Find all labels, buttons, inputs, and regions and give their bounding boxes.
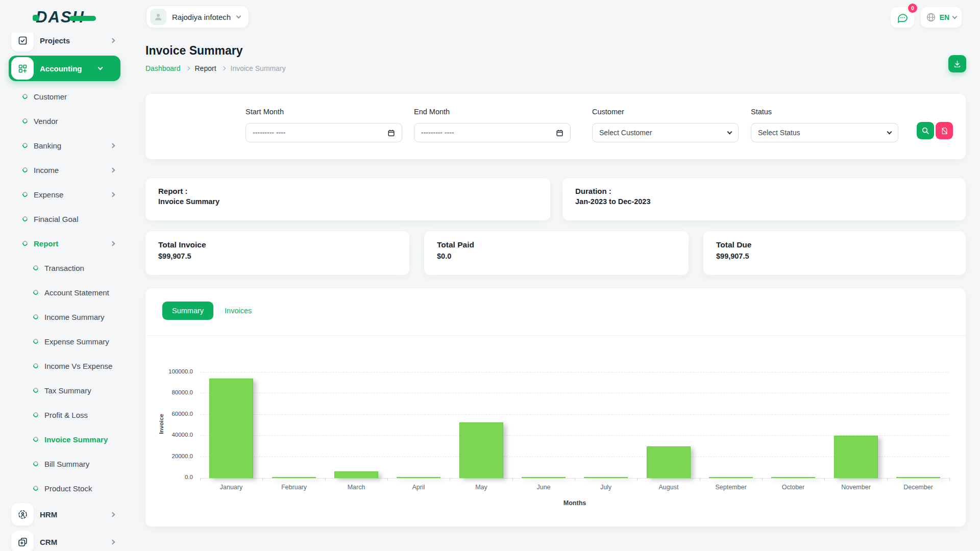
gridline: [200, 372, 949, 372]
bar-january[interactable]: [209, 379, 253, 478]
start-month-label: Start Month: [246, 108, 284, 116]
sidebar-item-accounting[interactable]: Accounting: [9, 56, 120, 81]
search-icon: [921, 127, 929, 135]
x-axis-tick-label: December: [888, 484, 949, 491]
sidebar-nav: ProjectsAccountingCustomerVendorBankingI…: [0, 26, 133, 551]
bar-may[interactable]: [459, 422, 503, 478]
duration-info-value: Jan-2023 to Dec-2023: [575, 197, 651, 206]
sidebar-item-profit-loss[interactable]: Profit & Loss: [0, 403, 133, 427]
bullet-icon: [32, 313, 39, 320]
calendar-icon[interactable]: [387, 129, 395, 137]
chevron-down-icon: [98, 65, 103, 70]
bar-august[interactable]: [647, 446, 691, 478]
download-report-button[interactable]: [948, 55, 966, 72]
sidebar-item-label: Accounting: [40, 64, 82, 73]
sidebar-item-label: Income Vs Expense: [44, 362, 112, 370]
stat-value: $0.0: [437, 252, 451, 260]
chevron-down-icon: [887, 129, 892, 134]
x-axis-tick-label: July: [575, 484, 636, 491]
bullet-icon: [21, 142, 29, 149]
clear-filter-icon: [941, 127, 948, 135]
bar-april[interactable]: [397, 477, 440, 478]
sidebar-item-banking[interactable]: Banking: [0, 133, 133, 158]
chevron-right-icon: [110, 143, 115, 148]
sidebar-item-hrm[interactable]: HRM: [0, 502, 133, 527]
logo-dash-accent: [69, 16, 96, 21]
apply-filter-button[interactable]: [917, 122, 934, 139]
start-month-input[interactable]: --------- ----: [246, 123, 402, 142]
sidebar-item-expense[interactable]: Expense: [0, 182, 133, 207]
sidebar-item-income-vs-expense[interactable]: Income Vs Expense: [0, 354, 133, 378]
bar-july[interactable]: [584, 477, 628, 478]
sidebar-item-invoice-summary[interactable]: Invoice Summary: [0, 427, 133, 452]
report-info-label: Report :: [158, 187, 188, 195]
sidebar-item-label: Invoice Summary: [44, 435, 108, 444]
chat-bubble-icon: [897, 12, 909, 23]
sidebar-item-tax-summary[interactable]: Tax Summary: [0, 378, 133, 403]
sidebar-item-bill-summary[interactable]: Bill Summary: [0, 452, 133, 476]
download-icon: [953, 60, 962, 68]
bar-october[interactable]: [771, 477, 815, 478]
chart-y-axis-title: Invoice: [158, 409, 164, 439]
brand-logo[interactable]: DASH: [33, 8, 96, 27]
bar-november[interactable]: [834, 436, 878, 478]
x-axis-tick: [637, 478, 638, 481]
reset-filter-button[interactable]: [936, 122, 953, 139]
x-axis-tick: [824, 478, 825, 481]
company-selector[interactable]: Rajodiya infotech: [146, 6, 249, 28]
bullet-icon: [32, 264, 39, 271]
bar-february[interactable]: [272, 477, 316, 478]
sidebar-item-label: Bill Summary: [44, 460, 89, 468]
sidebar-item-transaction[interactable]: Transaction: [0, 256, 133, 280]
end-month-input[interactable]: --------- ----: [414, 123, 571, 142]
sidebar-item-report[interactable]: Report: [0, 231, 133, 256]
customer-select[interactable]: Select Customer: [592, 123, 739, 142]
breadcrumb-item[interactable]: Dashboard: [145, 64, 181, 72]
bullet-icon: [21, 240, 29, 247]
sidebar-item-income-summary[interactable]: Income Summary: [0, 305, 133, 329]
calendar-icon[interactable]: [556, 129, 564, 137]
sidebar-item-label: Income Summary: [44, 313, 105, 321]
status-select[interactable]: Select Status: [751, 123, 898, 142]
sidebar-item-crm[interactable]: CRM: [0, 529, 133, 551]
sidebar-item-label: HRM: [40, 510, 57, 519]
sidebar-item-account-statement[interactable]: Account Statement: [0, 280, 133, 305]
bar-march[interactable]: [334, 471, 378, 478]
gridline: [200, 393, 949, 393]
avatar: [150, 9, 166, 25]
sidebar-item-product-stock[interactable]: Product Stock: [0, 476, 133, 500]
x-axis-tick: [762, 478, 763, 481]
page-title: Invoice Summary: [145, 44, 242, 58]
sidebar-item-label: CRM: [40, 538, 57, 546]
x-axis-tick: [200, 478, 201, 481]
sidebar-item-customer[interactable]: Customer: [0, 84, 133, 109]
chevron-right-icon: [110, 539, 115, 544]
report-info-card: Report : Invoice Summary: [145, 178, 550, 220]
x-axis-tick: [325, 478, 326, 481]
top-header: DASH Rajodiya infotech 0 EN: [0, 0, 980, 33]
bullet-icon: [32, 411, 39, 418]
messages-button[interactable]: 0: [891, 7, 914, 28]
bullet-icon: [32, 485, 39, 492]
breadcrumb-separator-icon: [185, 66, 189, 70]
x-axis-tick-label: May: [451, 484, 512, 491]
sidebar-item-income[interactable]: Income: [0, 158, 133, 182]
sidebar-item-label: Projects: [40, 36, 70, 45]
bullet-icon: [21, 93, 29, 100]
end-month-label: End Month: [414, 108, 450, 116]
breadcrumb-item[interactable]: Report: [195, 64, 216, 72]
bullet-icon: [32, 436, 39, 443]
sidebar-item-expense-summary[interactable]: Expense Summary: [0, 329, 133, 354]
globe-icon: [926, 12, 936, 22]
sidebar-item-label: Transaction: [44, 264, 84, 272]
sidebar-item-label: Customer: [34, 92, 67, 101]
language-selector[interactable]: EN: [921, 7, 962, 28]
bar-september[interactable]: [709, 477, 753, 478]
bar-june[interactable]: [522, 477, 566, 478]
sidebar-item-vendor[interactable]: Vendor: [0, 109, 133, 133]
bullet-icon: [21, 215, 29, 222]
sidebar-item-label: Banking: [34, 141, 61, 150]
sidebar-item-finacial-goal[interactable]: Finacial Goal: [0, 207, 133, 231]
bar-december[interactable]: [896, 477, 940, 478]
bullet-icon: [21, 166, 29, 173]
